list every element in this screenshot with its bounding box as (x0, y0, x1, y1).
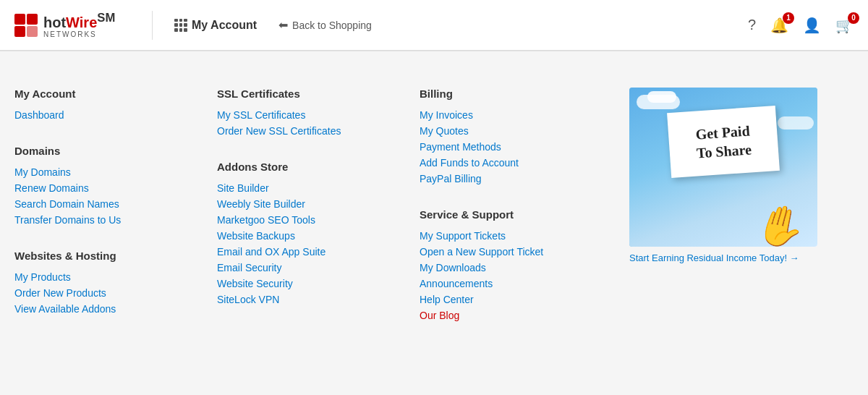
notifications-badge: 1 (783, 12, 794, 24)
grid-dot (179, 23, 183, 27)
menu-grid: My Account Dashboard Domains My Domains … (14, 88, 854, 360)
link-add-funds[interactable]: Add Funds to Account (420, 155, 608, 171)
link-weebly[interactable]: Weebly Site Builder (217, 196, 405, 212)
logo-squares (14, 14, 38, 37)
link-dashboard[interactable]: Dashboard (14, 107, 203, 123)
link-order-ssl[interactable]: Order New SSL Certificates (217, 123, 405, 139)
section-title-domains: Domains (14, 145, 203, 157)
link-search-domain-names[interactable]: Search Domain Names (14, 196, 203, 212)
grid-icon (174, 19, 187, 32)
section-title-addons: Addons Store (217, 161, 405, 173)
help-button[interactable]: ? (748, 17, 756, 33)
logo-networks: NETWORKS (43, 30, 115, 38)
grid-dot (179, 28, 183, 32)
main-content: My Account Dashboard Domains My Domains … (0, 66, 868, 381)
link-marketgoo[interactable]: Marketgoo SEO Tools (217, 212, 405, 228)
ad-caption[interactable]: Start Earning Residual Income Today! → (629, 252, 854, 263)
link-downloads[interactable]: My Downloads (420, 260, 608, 276)
grid-dot (174, 28, 178, 32)
cart-badge: 0 (848, 12, 859, 24)
grid-dot (174, 19, 178, 22)
menu-col-3: Billing My Invoices My Quotes Payment Me… (420, 88, 622, 360)
notifications-button[interactable]: 🔔 1 (770, 17, 788, 34)
link-paypal[interactable]: PayPal Billing (420, 171, 608, 187)
link-my-ssl[interactable]: My SSL Certificates (217, 107, 405, 123)
link-new-ticket[interactable]: Open a New Support Ticket (420, 244, 608, 260)
ad-text-line2: To Share (696, 141, 752, 161)
grid-dot (179, 19, 183, 22)
help-icon: ? (748, 17, 756, 33)
back-shopping-label: Back to Shopping (292, 20, 372, 31)
ad-text-line1: Get Paid (695, 122, 750, 142)
logo-sq3 (14, 26, 25, 37)
logo: hotWireSM NETWORKS (14, 12, 130, 38)
link-my-invoices[interactable]: My Invoices (420, 107, 608, 123)
logo-sq4 (27, 26, 38, 37)
link-help-center[interactable]: Help Center (420, 292, 608, 307)
section-websites-hosting: Websites & Hosting My Products Order New… (14, 250, 203, 317)
link-payment-methods[interactable]: Payment Methods (420, 139, 608, 155)
header-right: ? 🔔 1 👤 🛒 0 (748, 17, 854, 34)
logo-sup: SM (97, 11, 115, 25)
link-email-security[interactable]: Email Security (217, 260, 405, 276)
my-account-button[interactable]: My Account (174, 19, 257, 32)
section-title-support: Service & Support (420, 208, 608, 221)
logo-brand: hotWireSM (43, 12, 115, 30)
link-our-blog[interactable]: Our Blog (420, 307, 608, 323)
logo-text: hotWireSM NETWORKS (43, 12, 115, 38)
grid-dot (174, 23, 178, 27)
link-site-builder[interactable]: Site Builder (217, 180, 405, 196)
grid-dot (184, 19, 187, 22)
logo-wire: Wire (66, 14, 97, 30)
link-transfer-domains[interactable]: Transfer Domains to Us (14, 212, 203, 228)
logo-sq1 (14, 14, 25, 25)
section-support: Service & Support My Support Tickets Ope… (420, 208, 608, 323)
link-my-products[interactable]: My Products (14, 269, 203, 285)
account-button[interactable]: 👤 (803, 17, 821, 34)
logo-hot: hotWireSM (43, 14, 115, 30)
link-website-backups[interactable]: Website Backups (217, 228, 405, 244)
link-view-available-addons[interactable]: View Available Addons (14, 301, 203, 317)
section-domains: Domains My Domains Renew Domains Search … (14, 145, 203, 228)
grid-dot (184, 23, 187, 27)
section-title-my-account: My Account (14, 88, 203, 100)
link-my-quotes[interactable]: My Quotes (420, 123, 608, 139)
link-order-new-products[interactable]: Order New Products (14, 285, 203, 301)
link-sitelock-vpn[interactable]: SiteLock VPN (217, 292, 405, 307)
link-renew-domains[interactable]: Renew Domains (14, 180, 203, 196)
link-support-tickets[interactable]: My Support Tickets (420, 228, 608, 244)
link-email-ox[interactable]: Email and OX App Suite (217, 244, 405, 260)
ad-panel: Get Paid To Share ✋ Start Earning Residu… (622, 88, 854, 360)
link-website-security[interactable]: Website Security (217, 276, 405, 292)
section-title-ssl: SSL Certificates (217, 88, 405, 100)
logo-sq2 (27, 14, 38, 25)
cart-button[interactable]: 🛒 0 (835, 17, 854, 34)
my-account-label: My Account (192, 19, 257, 32)
ad-image: Get Paid To Share ✋ (629, 88, 817, 247)
section-ssl: SSL Certificates My SSL Certificates Ord… (217, 88, 405, 139)
back-arrow-icon: ⬅ (278, 18, 288, 32)
menu-col-2: SSL Certificates My SSL Certificates Ord… (217, 88, 420, 360)
person-icon: 👤 (803, 17, 821, 34)
section-title-websites-hosting: Websites & Hosting (14, 250, 203, 262)
section-billing: Billing My Invoices My Quotes Payment Me… (420, 88, 608, 187)
header: hotWireSM NETWORKS My Account ⬅ Back to … (0, 0, 868, 51)
menu-col-1: My Account Dashboard Domains My Domains … (14, 88, 217, 360)
back-shopping-button[interactable]: ⬅ Back to Shopping (278, 18, 372, 32)
section-title-billing: Billing (420, 88, 608, 100)
nav-divider (152, 11, 153, 40)
link-my-domains[interactable]: My Domains (14, 164, 203, 180)
header-spacer (0, 51, 868, 66)
section-my-account: My Account Dashboard (14, 88, 203, 123)
section-addons: Addons Store Site Builder Weebly Site Bu… (217, 161, 405, 307)
link-announcements[interactable]: Announcements (420, 276, 608, 292)
grid-dot (184, 28, 187, 32)
